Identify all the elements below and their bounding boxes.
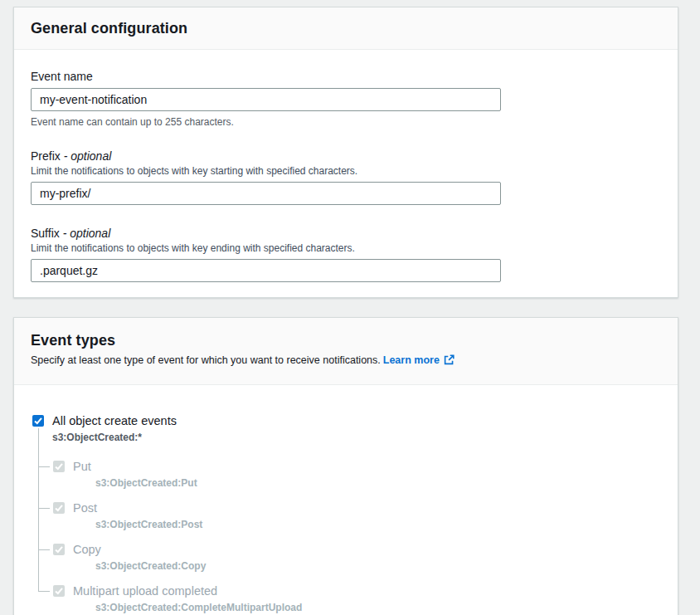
learn-more-link[interactable]: Learn more [383,354,440,366]
general-configuration-body: Event name Event name can contain up to … [14,50,678,297]
event-types-tree: All object create events s3:ObjectCreate… [31,414,661,613]
event-name-field: Event name Event name can contain up to … [31,70,661,128]
all-object-create-events-label: All object create events [52,414,177,428]
all-object-create-events-checkbox[interactable] [32,415,44,427]
copy-checkbox [53,544,65,555]
event-name-constraint: Event name can contain up to 255 charact… [31,116,661,128]
panel-title-event-types: Event types [31,332,661,349]
put-checkbox [53,461,65,472]
event-types-header: Event types Specify at least one type of… [14,318,678,385]
panel-title-general-configuration: General configuration [31,20,661,37]
event-types-description: Specify at least one type of event for w… [31,354,661,366]
event-name-label: Event name [31,70,661,83]
event-type-put: Put s3:ObjectCreated:Put [31,460,661,489]
prefix-field: Prefix - optional Limit the notification… [31,149,661,205]
event-type-multipart-upload-completed: Multipart upload completed s3:ObjectCrea… [31,584,661,613]
prefix-input[interactable] [31,182,501,205]
suffix-description: Limit the notifications to objects with … [31,242,661,254]
general-configuration-panel: General configuration Event name Event n… [13,7,678,298]
suffix-field: Suffix - optional Limit the notification… [31,227,661,282]
post-code: s3:ObjectCreated:Post [95,519,661,530]
all-object-create-events-code: s3:ObjectCreated:* [52,432,661,443]
copy-label: Copy [73,543,101,557]
suffix-optional-tag: - optional [63,227,111,240]
event-name-input[interactable] [31,88,501,111]
event-types-panel: Event types Specify at least one type of… [13,317,678,615]
suffix-input[interactable] [31,259,501,282]
event-type-post: Post s3:ObjectCreated:Post [31,501,661,530]
event-types-body: All object create events s3:ObjectCreate… [14,385,678,615]
post-label: Post [73,501,97,515]
multipart-upload-completed-label: Multipart upload completed [73,584,217,598]
event-type-all-object-create: All object create events s3:ObjectCreate… [31,414,661,443]
post-checkbox [53,502,65,514]
event-type-children: Put s3:ObjectCreated:Put Post s3:ObjectC… [31,460,661,613]
suffix-label: Suffix - optional [31,227,661,240]
external-link-icon [444,354,455,365]
multipart-upload-completed-checkbox [53,585,65,597]
prefix-description: Limit the notifications to objects with … [31,165,661,177]
put-code: s3:ObjectCreated:Put [95,477,661,489]
multipart-upload-completed-code: s3:ObjectCreated:CompleteMultipartUpload [95,602,661,613]
put-label: Put [73,460,91,474]
prefix-label: Prefix - optional [31,149,661,163]
general-configuration-header: General configuration [14,7,678,50]
event-type-copy: Copy s3:ObjectCreated:Copy [31,543,661,572]
prefix-optional-tag: - optional [64,149,112,163]
copy-code: s3:ObjectCreated:Copy [95,560,661,572]
